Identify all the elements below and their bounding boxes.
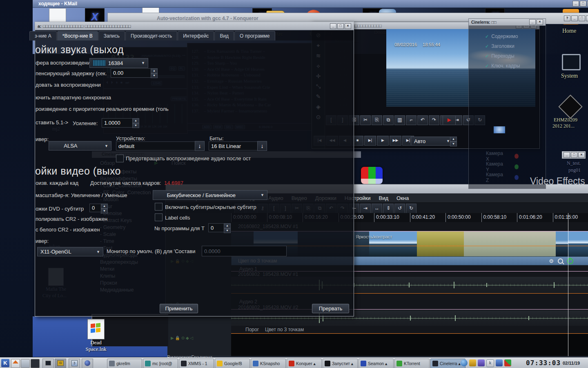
bird-launcher-icon[interactable]	[21, 359, 30, 368]
desktop-label-home[interactable]: Home	[562, 28, 576, 34]
interpolate-cr2-label[interactable]: полировать CR2 - изображен	[36, 216, 107, 222]
resources-list-item[interactable]: ✓ Заголовки	[485, 41, 546, 51]
desktop-label-system[interactable]: System	[561, 73, 578, 79]
edit-toolbar-icon[interactable]: ✂	[360, 115, 371, 125]
tab-playback-b[interactable]: *Воспр-ние В	[57, 31, 98, 40]
tab-view[interactable]: Вид	[214, 31, 234, 40]
bits-input[interactable]: 16 Bit Linear	[209, 141, 261, 150]
spinner-down-icon[interactable]: ▼	[132, 123, 139, 128]
fade-automation-line[interactable]	[231, 333, 588, 334]
pager-slot[interactable]	[42, 359, 54, 368]
menu-item[interactable]: Окна	[396, 195, 409, 201]
latency-input[interactable]: 0.00	[111, 68, 154, 78]
minimize-button[interactable]: _	[564, 152, 570, 158]
track-patch-icons[interactable]: ▶ 🔒 ⊖ ◆ ◁	[171, 336, 193, 340]
spinner-up-icon[interactable]: ▲	[224, 223, 231, 228]
every-frame-label[interactable]: оизв. каждый кад	[36, 180, 78, 186]
taskbar-task[interactable]: XMMS - 1	[179, 359, 214, 368]
taskbar-task[interactable]: Seamon ▴	[359, 359, 394, 368]
minimize-button[interactable]: _	[572, 1, 579, 7]
audio-driver-dropdown[interactable]: ALSA ▼	[49, 141, 111, 150]
maximize-button[interactable]: □	[571, 152, 577, 158]
record-play-icon[interactable]: ▶	[443, 115, 456, 125]
device-picker-button[interactable]: ↓	[195, 141, 205, 151]
spinner-down-icon[interactable]: ▼	[151, 73, 158, 78]
white-balance-cr2-label[interactable]: с белого CR2 - изображен	[36, 227, 100, 233]
spinner-up-icon[interactable]: ▲	[132, 118, 139, 123]
taskbar-task[interactable]: KSnapsho	[251, 359, 286, 368]
spinner-up-icon[interactable]: ▲	[450, 137, 457, 141]
maximize-button[interactable]: □	[580, 1, 586, 7]
stop-audio-checkbox[interactable]	[116, 155, 124, 162]
desktop-label[interactable]: 2012 201...	[552, 123, 575, 129]
kmail-titlebar[interactable]: ходящие - KMail _ □ ×	[33, 0, 588, 8]
device-input[interactable]: default	[116, 141, 198, 150]
resources-list-item[interactable]: ✓ Переходы	[485, 51, 546, 61]
transport-button[interactable]: ▶	[377, 136, 389, 146]
scaling-dropdown[interactable]: Бикубическое / Билинейное ▼	[153, 190, 267, 200]
tray-klipper-icon[interactable]: k	[486, 359, 494, 367]
desktop-label[interactable]: png01	[568, 167, 581, 173]
edit-toolbar-icon[interactable]: ↷	[429, 115, 439, 125]
spinner-up-icon[interactable]: ▲	[101, 204, 108, 209]
taskbar-task[interactable]: gkrellm	[107, 359, 142, 368]
taskbar-task[interactable]: KTorrent	[394, 359, 430, 368]
close-button[interactable]: ×	[345, 23, 351, 29]
hardware-sync-label[interactable]: ючить аппаратную синхрониза	[36, 94, 111, 101]
toolbar-icon[interactable]: ↺	[394, 204, 405, 213]
transport-button[interactable]: ▶|	[364, 136, 376, 146]
taskbar-task[interactable]: Google/B	[215, 359, 250, 368]
cancel-button[interactable]: Прервать	[312, 304, 349, 313]
taskbar-task[interactable]: Konquer ▴	[287, 359, 322, 368]
follow-playback-label[interactable]: довать за воспроизведени	[36, 82, 101, 88]
taskbar-task[interactable]: mc [root@	[143, 359, 178, 368]
tray-volume-icon[interactable]	[469, 359, 476, 366]
maximize-button[interactable]: □	[337, 23, 344, 29]
terminal-launcher-icon[interactable]	[31, 359, 40, 368]
transport-button[interactable]: ▶▶	[390, 136, 401, 146]
tray-updates-icon[interactable]	[504, 359, 511, 366]
desktop-icon-system[interactable]	[562, 54, 581, 70]
edit-toolbar-icon[interactable]: ▥	[394, 115, 405, 125]
toolbar-icon[interactable]: ⇥	[360, 204, 371, 213]
close-button[interactable]: ×	[537, 19, 543, 25]
effect-label-color3way[interactable]: Цвет по 3 точкам	[265, 327, 304, 332]
gain-spinner[interactable]: ▲ ▼	[132, 118, 139, 128]
close-button[interactable]: ×	[578, 152, 585, 158]
taskbar-task[interactable]: Запустит ▴	[323, 359, 358, 368]
tab-about[interactable]: О программе	[234, 31, 275, 40]
apply-button[interactable]: Применить	[160, 304, 198, 313]
slider-thumb[interactable]	[493, 126, 506, 134]
zoom-spinner[interactable]: ▲ ▼	[450, 137, 457, 145]
magnifier-icon[interactable]	[558, 258, 563, 264]
kmenu-button[interactable]: K	[1, 359, 9, 367]
dvd-subtitle-spinner[interactable]: ▲ ▼	[101, 204, 108, 212]
tab-record[interactable]: Запись	[98, 31, 125, 40]
toolbar-icon[interactable]: ⇕	[383, 204, 394, 213]
edit-toolbar-icon[interactable]: ⎘	[372, 115, 382, 125]
resources-titlebar[interactable]: Cinelerra: □□ _ ×	[469, 19, 546, 26]
gain-input[interactable]: 1.0000	[102, 118, 136, 128]
home-button[interactable]	[11, 359, 20, 368]
latency-spinner[interactable]: ▲ ▼	[151, 68, 158, 78]
video-effects-category-icon[interactable]	[361, 167, 383, 184]
buffer-size-dropdown[interactable]: 16384 ▼	[89, 58, 148, 68]
minimize-button[interactable]: _	[571, 16, 578, 21]
program-number-spinner[interactable]: ▲ ▼	[224, 223, 231, 232]
desktop-label[interactable]: N_test.	[567, 160, 581, 166]
auto-zoom-dropdown[interactable]: Авто▼	[411, 137, 453, 146]
monitor-value-input[interactable]: 0.0000	[202, 246, 287, 256]
help-button[interactable]: ?	[564, 16, 570, 21]
realtime-priority-label[interactable]: роизведение с приоритетом реального врем…	[36, 106, 169, 112]
tab-interface[interactable]: Интерфейс	[178, 31, 214, 40]
tray-device-icon[interactable]	[478, 359, 485, 366]
edit-toolbar-icon[interactable]: ⧉	[383, 115, 394, 125]
active-desktop-slot[interactable]: G	[55, 359, 66, 368]
minimize-button[interactable]: _	[529, 19, 536, 25]
edit-toolbar-icon[interactable]: ⌐	[406, 115, 416, 125]
resources-list-item[interactable]: ✓ Содержимо	[485, 31, 546, 41]
gear-icon[interactable]: ⚙	[549, 258, 554, 264]
spinner-down-icon[interactable]: ▼	[450, 141, 457, 146]
tab-playback-a[interactable]: з-ние А	[29, 31, 57, 40]
tab-performance[interactable]: Производит-ность	[125, 31, 177, 40]
